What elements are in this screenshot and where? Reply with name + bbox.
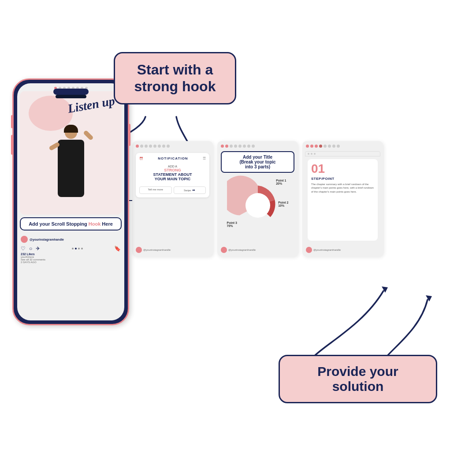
phone-content-area: Listen up [20,91,122,215]
person-arm-left [48,141,60,151]
step-card-inner: 01 STEP/POINT The chapter summary with a… [308,159,378,241]
notif-strong-text: STRONG [141,168,204,172]
slide1-avatar [136,247,142,253]
s2d1 [221,145,224,148]
s2d6 [243,145,246,148]
notif-statement-text: STATEMENT ABOUT [141,172,204,177]
step-description: The chapter summary with a brief rundown… [311,182,374,193]
chart-label-p1: Point 1 20% [276,179,286,185]
phone-side-btn-right [128,124,130,146]
s3d6 [328,145,331,148]
chart-title: Add your Title (Break your topic into 3 … [224,155,291,169]
phone-hook-box: Add your Scroll Stopping Hook Here [20,217,122,231]
phone-screen: Listen up Add your Scroll Stopping Hook … [17,83,124,320]
chart-label-p2: Point 2 10% [278,201,288,207]
step-browser-bar [305,151,380,156]
step-number: 01 [311,163,374,175]
person-head [65,126,77,139]
notif-header: ⏰ NOTIFICATION ☰ [139,156,206,160]
person-body [58,140,84,197]
person-figure [49,126,93,215]
s1d5 [153,145,156,148]
s3d2 [310,145,313,148]
phone-outer: Listen up Add your Scroll Stopping Hook … [12,78,129,325]
s1d4 [149,145,152,148]
callout-strong-hook: Start with a strong hook [114,52,236,104]
phone-side-btn-left-1 [11,115,13,128]
cd-1 [72,248,74,249]
swipe-btn[interactable]: Swipe ➡ [174,186,206,194]
phone-notch-bar [56,95,86,98]
s3d5 [324,145,327,148]
slide3-dots [302,141,383,149]
phone-side-btn-left-2 [11,135,13,155]
slides-area: ⏰ NOTIFICATION ☰ ADD A STRONG STATEMENT … [132,141,383,257]
slide-1: ⏰ NOTIFICATION ☰ ADD A STRONG STATEMENT … [132,141,213,257]
s2d7 [247,145,250,148]
days-ago: 2 DAYS AGO [21,261,121,264]
s2d2 [225,145,228,148]
s2d4 [234,145,237,148]
slide2-avatar [221,247,227,253]
heart-icon[interactable]: ♡ [21,245,26,252]
callout-solution: Provide your solution [279,355,437,403]
slide2-username: @yourinstagramhandle [228,249,256,251]
slide3-username: @yourinstagramhandle [313,249,341,251]
s1d7 [162,145,165,148]
step-outer: 01 STEP/POINT The chapter summary with a… [305,151,380,241]
slide1-user-row: @yourinstagramhandle [136,247,171,253]
carousel-dots [44,248,111,249]
callout-hook-text: Start with a strong hook [126,61,224,95]
s3d1 [306,145,309,148]
s3d3 [315,145,318,148]
swipe-arrow: ➡ [192,188,195,192]
s2d8 [252,145,255,148]
phone-mockup: Listen up Add your Scroll Stopping Hook … [12,78,129,325]
slide-3: 01 STEP/POINT The chapter summary with a… [302,141,383,257]
phone-actions-row: ♡ ○ ✈ 🔖 [21,245,121,253]
slide3-avatar [306,247,312,253]
notif-title: NOTIFICATION [143,156,203,160]
phone-notch [53,89,89,95]
slide-2: Add your Title (Break your topic into 3 … [217,141,298,257]
s3d7 [332,145,335,148]
svg-marker-3 [426,295,432,301]
slide1-username: @yourinstagramhandle [143,249,171,251]
phone-user-row: @yourinstagramhandle [21,236,121,243]
person-hair [64,125,78,133]
s1d2 [140,145,143,148]
share-icon[interactable]: ✈ [36,245,40,252]
tell-more-btn[interactable]: Tell me more [139,186,172,194]
s1d6 [158,145,161,148]
notif-topic-text: YOUR MAIN TOPIC [141,177,204,181]
bd1 [308,153,309,155]
phone-hook-text: Add your Scroll Stopping Hook Here [24,221,117,227]
notif-body: ADD A STRONG STATEMENT ABOUT YOUR MAIN T… [139,163,206,183]
svg-point-5 [245,193,270,218]
callout-solution-text: Provide your solution [290,364,425,394]
s1d1 [136,145,139,148]
notification-card: ⏰ NOTIFICATION ☰ ADD A STRONG STATEMENT … [136,153,209,197]
likes-count: 232 Likes [21,253,121,256]
comment-icon[interactable]: ○ [29,245,32,252]
slide2-user-row: @yourinstagramhandle [221,247,256,253]
phone-avatar [21,236,28,243]
person-arm-right [83,130,94,141]
s3d8 [337,145,340,148]
bd3 [314,153,316,155]
bd2 [311,153,312,155]
cd-3 [78,248,80,249]
donut-chart-area: Point 1 20% Point 2 10% Point 3 70% [227,175,289,232]
phone-bottom-section: @yourinstagramhandle ♡ ○ ✈ 🔖 232 Likes y… [17,233,124,266]
slide2-dots [217,141,298,149]
s2d5 [238,145,242,148]
s1d3 [145,145,148,148]
svg-marker-2 [382,286,388,293]
slide3-user-row: @yourinstagramhandle [306,247,341,253]
chart-label-p3: Point 3 70% [227,221,237,227]
s3d4 [319,145,322,148]
s1d8 [167,145,170,148]
phone-username: @yourinstagramhandle [30,238,64,241]
bookmark-icon[interactable]: 🔖 [114,245,121,252]
cd-2 [75,248,77,249]
